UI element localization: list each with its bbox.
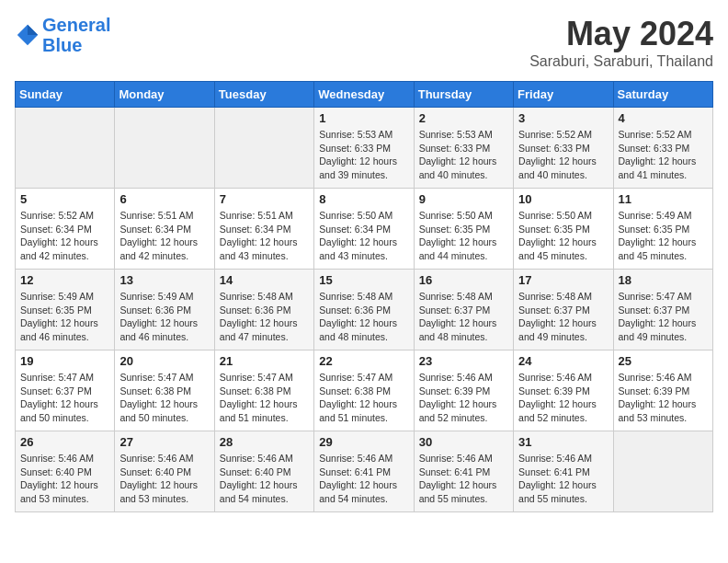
day-info: Sunrise: 5:50 AM Sunset: 6:35 PM Dayligh… — [518, 209, 608, 263]
day-number: 2 — [419, 111, 508, 125]
calendar-cell: 25Sunrise: 5:46 AM Sunset: 6:39 PM Dayli… — [613, 350, 712, 431]
calendar-cell: 21Sunrise: 5:47 AM Sunset: 6:38 PM Dayli… — [214, 350, 313, 431]
day-number: 28 — [220, 435, 309, 449]
day-info: Sunrise: 5:53 AM Sunset: 6:33 PM Dayligh… — [319, 128, 408, 182]
calendar-cell — [214, 108, 313, 189]
calendar-cell: 19Sunrise: 5:47 AM Sunset: 6:37 PM Dayli… — [16, 350, 115, 431]
calendar-cell: 2Sunrise: 5:53 AM Sunset: 6:33 PM Daylig… — [414, 108, 513, 189]
calendar-cell: 1Sunrise: 5:53 AM Sunset: 6:33 PM Daylig… — [314, 108, 414, 189]
day-info: Sunrise: 5:52 AM Sunset: 6:33 PM Dayligh… — [619, 128, 708, 182]
day-info: Sunrise: 5:49 AM Sunset: 6:36 PM Dayligh… — [119, 290, 209, 344]
calendar-cell: 10Sunrise: 5:50 AM Sunset: 6:35 PM Dayli… — [514, 189, 613, 270]
calendar-body: 1Sunrise: 5:53 AM Sunset: 6:33 PM Daylig… — [16, 108, 713, 512]
day-number: 4 — [619, 111, 708, 125]
calendar-cell: 13Sunrise: 5:49 AM Sunset: 6:36 PM Dayli… — [115, 270, 214, 350]
day-number: 27 — [119, 435, 209, 449]
day-info: Sunrise: 5:46 AM Sunset: 6:40 PM Dayligh… — [220, 452, 309, 506]
day-number: 26 — [20, 435, 109, 449]
calendar-cell: 18Sunrise: 5:47 AM Sunset: 6:37 PM Dayli… — [613, 270, 712, 350]
day-info: Sunrise: 5:46 AM Sunset: 6:41 PM Dayligh… — [419, 452, 508, 506]
calendar-cell: 5Sunrise: 5:52 AM Sunset: 6:34 PM Daylig… — [16, 189, 115, 270]
day-info: Sunrise: 5:50 AM Sunset: 6:35 PM Dayligh… — [419, 209, 508, 263]
day-number: 31 — [518, 435, 608, 449]
day-number: 16 — [419, 273, 508, 287]
day-number: 17 — [518, 273, 608, 287]
location: Saraburi, Saraburi, Thailand — [529, 53, 713, 70]
day-number: 10 — [518, 192, 608, 206]
calendar-cell: 30Sunrise: 5:46 AM Sunset: 6:41 PM Dayli… — [414, 431, 513, 512]
calendar-cell: 24Sunrise: 5:46 AM Sunset: 6:39 PM Dayli… — [514, 350, 613, 431]
day-number: 11 — [619, 192, 708, 206]
calendar-cell: 26Sunrise: 5:46 AM Sunset: 6:40 PM Dayli… — [16, 431, 115, 512]
month-title: May 2024 — [529, 15, 713, 53]
day-info: Sunrise: 5:47 AM Sunset: 6:37 PM Dayligh… — [619, 290, 708, 344]
calendar-cell: 12Sunrise: 5:49 AM Sunset: 6:35 PM Dayli… — [16, 270, 115, 350]
calendar-cell: 15Sunrise: 5:48 AM Sunset: 6:36 PM Dayli… — [314, 270, 414, 350]
day-info: Sunrise: 5:46 AM Sunset: 6:39 PM Dayligh… — [518, 371, 608, 425]
day-number: 12 — [20, 273, 109, 287]
day-number: 22 — [319, 354, 408, 368]
page-header: General Blue May 2024 Saraburi, Saraburi… — [15, 15, 713, 70]
day-info: Sunrise: 5:48 AM Sunset: 6:37 PM Dayligh… — [518, 290, 608, 344]
day-number: 15 — [319, 273, 408, 287]
day-number: 14 — [220, 273, 309, 287]
weekday-header-row: SundayMondayTuesdayWednesdayThursdayFrid… — [16, 82, 713, 108]
day-info: Sunrise: 5:49 AM Sunset: 6:35 PM Dayligh… — [619, 209, 708, 263]
day-number: 13 — [119, 273, 209, 287]
day-number: 1 — [319, 111, 408, 125]
calendar-cell: 3Sunrise: 5:52 AM Sunset: 6:33 PM Daylig… — [514, 108, 613, 189]
logo-icon — [15, 22, 40, 48]
calendar-cell: 20Sunrise: 5:47 AM Sunset: 6:38 PM Dayli… — [115, 350, 214, 431]
day-number: 29 — [319, 435, 408, 449]
day-info: Sunrise: 5:46 AM Sunset: 6:41 PM Dayligh… — [518, 452, 608, 506]
day-info: Sunrise: 5:46 AM Sunset: 6:40 PM Dayligh… — [119, 452, 209, 506]
calendar-week-row: 1Sunrise: 5:53 AM Sunset: 6:33 PM Daylig… — [16, 108, 713, 189]
calendar-cell: 14Sunrise: 5:48 AM Sunset: 6:36 PM Dayli… — [214, 270, 313, 350]
day-number: 24 — [518, 354, 608, 368]
weekday-header: Sunday — [16, 82, 115, 108]
day-info: Sunrise: 5:52 AM Sunset: 6:34 PM Dayligh… — [20, 209, 109, 263]
day-info: Sunrise: 5:53 AM Sunset: 6:33 PM Dayligh… — [419, 128, 508, 182]
day-number: 19 — [20, 354, 109, 368]
calendar-cell: 16Sunrise: 5:48 AM Sunset: 6:37 PM Dayli… — [414, 270, 513, 350]
calendar-cell: 6Sunrise: 5:51 AM Sunset: 6:34 PM Daylig… — [115, 189, 214, 270]
calendar-week-row: 5Sunrise: 5:52 AM Sunset: 6:34 PM Daylig… — [16, 189, 713, 270]
day-number: 9 — [419, 192, 508, 206]
calendar-week-row: 26Sunrise: 5:46 AM Sunset: 6:40 PM Dayli… — [16, 431, 713, 512]
day-info: Sunrise: 5:51 AM Sunset: 6:34 PM Dayligh… — [220, 209, 309, 263]
day-info: Sunrise: 5:46 AM Sunset: 6:39 PM Dayligh… — [619, 371, 708, 425]
day-info: Sunrise: 5:52 AM Sunset: 6:33 PM Dayligh… — [518, 128, 608, 182]
day-info: Sunrise: 5:47 AM Sunset: 6:38 PM Dayligh… — [319, 371, 408, 425]
calendar-cell: 27Sunrise: 5:46 AM Sunset: 6:40 PM Dayli… — [115, 431, 214, 512]
calendar-cell — [16, 108, 115, 189]
calendar-cell: 11Sunrise: 5:49 AM Sunset: 6:35 PM Dayli… — [613, 189, 712, 270]
day-info: Sunrise: 5:48 AM Sunset: 6:36 PM Dayligh… — [319, 290, 408, 344]
day-info: Sunrise: 5:51 AM Sunset: 6:34 PM Dayligh… — [119, 209, 209, 263]
calendar-week-row: 12Sunrise: 5:49 AM Sunset: 6:35 PM Dayli… — [16, 270, 713, 350]
day-info: Sunrise: 5:49 AM Sunset: 6:35 PM Dayligh… — [20, 290, 109, 344]
weekday-header: Thursday — [414, 82, 513, 108]
day-number: 8 — [319, 192, 408, 206]
day-number: 5 — [20, 192, 109, 206]
calendar-week-row: 19Sunrise: 5:47 AM Sunset: 6:37 PM Dayli… — [16, 350, 713, 431]
logo-text-general: General — [42, 15, 110, 35]
day-info: Sunrise: 5:48 AM Sunset: 6:37 PM Dayligh… — [419, 290, 508, 344]
title-block: May 2024 Saraburi, Saraburi, Thailand — [529, 15, 713, 70]
day-info: Sunrise: 5:46 AM Sunset: 6:39 PM Dayligh… — [419, 371, 508, 425]
day-info: Sunrise: 5:47 AM Sunset: 6:38 PM Dayligh… — [220, 371, 309, 425]
weekday-header: Tuesday — [214, 82, 313, 108]
logo: General Blue — [15, 15, 110, 55]
day-number: 7 — [220, 192, 309, 206]
calendar-cell: 7Sunrise: 5:51 AM Sunset: 6:34 PM Daylig… — [214, 189, 313, 270]
day-number: 25 — [619, 354, 708, 368]
weekday-header: Monday — [115, 82, 214, 108]
calendar-cell: 4Sunrise: 5:52 AM Sunset: 6:33 PM Daylig… — [613, 108, 712, 189]
day-number: 18 — [619, 273, 708, 287]
day-number: 23 — [419, 354, 508, 368]
calendar-cell — [115, 108, 214, 189]
day-info: Sunrise: 5:46 AM Sunset: 6:40 PM Dayligh… — [20, 452, 109, 506]
day-number: 30 — [419, 435, 508, 449]
weekday-header: Saturday — [613, 82, 712, 108]
day-info: Sunrise: 5:46 AM Sunset: 6:41 PM Dayligh… — [319, 452, 408, 506]
weekday-header: Friday — [514, 82, 613, 108]
